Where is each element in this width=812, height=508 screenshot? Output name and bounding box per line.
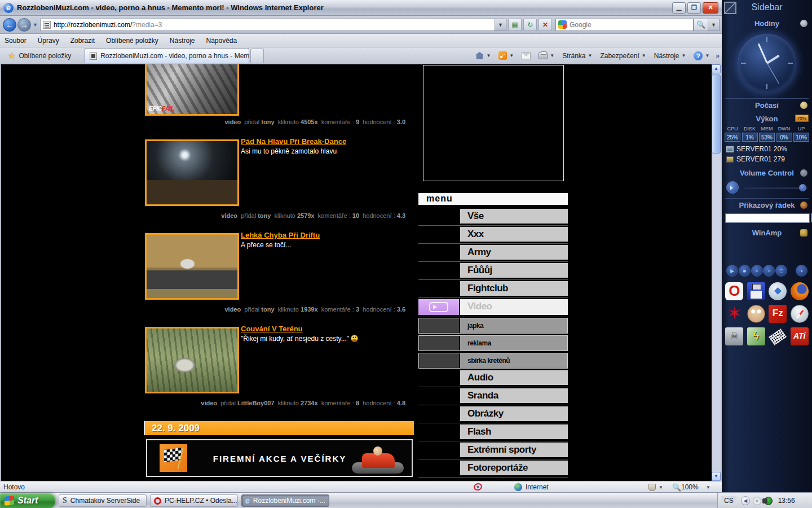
menu-subitem-sbirka-kretenu[interactable]: sbírka kreténů — [418, 353, 568, 369]
menu-item-fightclub[interactable]: Fightclub — [418, 281, 568, 296]
favorites-button[interactable]: ★ Oblíbené položky — [2, 49, 77, 63]
mesh-item-icon[interactable] — [769, 329, 787, 345]
volume-slider[interactable] — [744, 187, 807, 189]
floppy-save-icon[interactable] — [747, 282, 765, 300]
tray-network-icon[interactable] — [764, 497, 773, 505]
overflow-chevron[interactable]: » — [716, 52, 720, 60]
recent-pages-dropdown[interactable]: ▼ — [33, 22, 38, 28]
red-lizard-icon[interactable]: ✶ — [725, 305, 743, 323]
clock-mini-icon[interactable] — [800, 20, 807, 27]
next-button[interactable]: » — [763, 265, 775, 277]
taskbar-item-rozzlobenimuzi[interactable]: e RozzlobeniMuzi.com -... — [241, 494, 329, 507]
menu-nastroje[interactable]: Nástroje — [170, 37, 195, 45]
firefox-icon[interactable] — [791, 282, 809, 300]
stop-button[interactable]: ✕ — [539, 19, 552, 31]
home-button[interactable]: ▼ — [475, 52, 491, 59]
green-notes-icon[interactable]: ϟ — [747, 327, 765, 345]
refresh-button[interactable]: ↻ — [523, 19, 537, 31]
command-line-input[interactable] — [725, 213, 810, 223]
menu-soubor[interactable]: Soubor — [5, 37, 27, 45]
menu-item-audio[interactable]: Audio — [418, 370, 568, 385]
menu-item-extremni-sporty[interactable]: Extrémní sporty — [418, 443, 568, 457]
video-thumbnail[interactable] — [145, 233, 239, 300]
menu-oblibene[interactable]: Oblíbené položky — [106, 37, 158, 45]
address-dropdown[interactable]: ▼ — [495, 19, 506, 31]
scroll-down-arrow[interactable]: ▼ — [712, 472, 721, 481]
security-menu-button[interactable]: Zabezpečení▼ — [600, 52, 646, 60]
face-avatar-icon[interactable] — [747, 305, 765, 323]
winamp-mini-icon[interactable] — [800, 229, 807, 237]
menu-item-video-active[interactable]: Video — [418, 299, 568, 315]
minimize-button[interactable]: ▁ — [672, 2, 686, 14]
page-menu-button[interactable]: Stránka▼ — [562, 52, 592, 60]
back-button[interactable]: ← — [3, 18, 16, 32]
opera-icon[interactable]: O — [725, 282, 743, 300]
mail-button[interactable] — [522, 52, 531, 59]
video-title-link[interactable]: Lehká Chyba Při Driftu — [241, 231, 320, 239]
ad-banner[interactable]: FIREMNÍ AKCE A VEČÍRKY — [146, 439, 413, 477]
cmd-mini-icon[interactable] — [800, 202, 807, 209]
tray-x-icon[interactable]: ✕ — [753, 497, 761, 505]
winamp-volume-button[interactable]: ◖ — [796, 265, 807, 277]
menu-subitem-reklama[interactable]: reklama — [418, 335, 568, 351]
scrollbar-thumb[interactable] — [712, 75, 721, 154]
tray-chevron-icon[interactable]: ◀ — [741, 496, 750, 505]
ati-icon[interactable]: ATi — [791, 327, 809, 345]
print-button[interactable]: ▼ — [539, 52, 554, 59]
menu-item-vse[interactable]: Vše — [418, 209, 568, 224]
taskbar-item-chmatakov[interactable]: S Chmatakov ServerSide — [59, 494, 147, 507]
video-title-link[interactable]: Couvání V Terénu — [241, 325, 303, 333]
protected-mode-dropdown[interactable]: ▼ — [659, 485, 663, 490]
zoom-dropdown[interactable]: ▼ — [706, 485, 710, 490]
start-button[interactable]: Start — [0, 493, 55, 508]
close-button[interactable]: ✕ — [703, 2, 718, 14]
search-button[interactable]: 🔍 — [694, 19, 708, 31]
menu-upravy[interactable]: Úpravy — [38, 37, 59, 45]
menu-item-obrazky[interactable]: Obrázky — [418, 406, 568, 421]
menu-item-army[interactable]: Army — [418, 245, 568, 260]
video-thumbnail[interactable] — [145, 327, 239, 393]
search-input[interactable] — [570, 21, 691, 29]
safari-compass-icon[interactable] — [791, 305, 809, 323]
menu-subitem-japka[interactable]: japka — [418, 318, 568, 334]
menu-zobrazit[interactable]: Zobrazit — [70, 37, 95, 45]
restore-button[interactable]: ❐ — [687, 2, 701, 14]
hardware-skull-icon[interactable]: ☠ — [725, 327, 743, 345]
filezilla-icon[interactable]: Fz — [769, 305, 787, 323]
menu-napoveda[interactable]: Nápověda — [206, 37, 237, 45]
feeds-button[interactable]: ▼ — [498, 51, 514, 60]
forward-button[interactable]: → — [17, 18, 31, 32]
search-options-dropdown[interactable]: ▼ — [708, 19, 720, 31]
compatibility-view-button[interactable]: ▦ — [508, 19, 522, 31]
menu-item-fotoreportaze[interactable]: Fotoreportáže — [418, 461, 568, 475]
language-indicator[interactable]: CS — [721, 496, 736, 505]
play-button[interactable]: ▶ — [726, 265, 738, 277]
analog-clock[interactable] — [738, 34, 796, 93]
zoom-level[interactable]: 100% — [681, 483, 699, 491]
stop-button[interactable]: ■ — [739, 265, 751, 277]
new-tab-button[interactable] — [250, 49, 264, 63]
menu-item-flash[interactable]: Flash — [418, 424, 568, 439]
protected-mode-icon[interactable] — [648, 484, 656, 491]
menu-item-xxx[interactable]: Xxx — [418, 227, 568, 242]
taskbar-item-pchelp[interactable]: PC-HELP.CZ • Odesla... — [150, 494, 238, 507]
video-title-link[interactable]: Pád Na Hlavu Při Break-Dance — [241, 137, 346, 146]
menu-item-fuuuj[interactable]: Fůůůj — [418, 263, 568, 278]
help-button[interactable]: ?▼ — [694, 51, 709, 60]
gem-app-icon[interactable] — [769, 282, 787, 300]
tools-menu-button[interactable]: Nástroje▼ — [654, 52, 686, 60]
speaker-mini-icon[interactable] — [800, 169, 807, 177]
address-input[interactable]: http://rozzlobenimuzi.com/?media=3 — [40, 19, 495, 31]
menu-item-sranda[interactable]: Sranda — [418, 388, 568, 403]
speaker-button[interactable] — [726, 181, 739, 194]
vertical-scrollbar[interactable]: ▲ ▼ — [712, 64, 721, 481]
search-box[interactable] — [555, 19, 694, 31]
tab-active[interactable]: RozzlobeniMuzi.com - video, porno a hnus… — [85, 48, 249, 63]
window-button[interactable]: □ — [775, 265, 787, 277]
scroll-up-arrow[interactable]: ▲ — [712, 64, 721, 73]
volume-slider-handle[interactable] — [799, 184, 806, 191]
previous-button[interactable]: « — [751, 265, 763, 277]
video-thumbnail[interactable] — [145, 139, 239, 206]
video-thumbnail[interactable]: EPICFAIL — [145, 64, 239, 116]
weather-mini-icon[interactable] — [800, 102, 807, 109]
